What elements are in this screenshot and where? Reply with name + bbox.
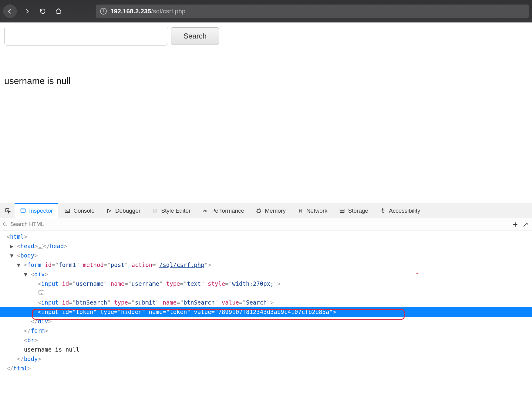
tab-network-label: Network bbox=[306, 207, 328, 214]
add-node-button[interactable]: + bbox=[511, 221, 519, 228]
search-button[interactable]: Search bbox=[171, 27, 219, 45]
tab-style-editor-label: Style Editor bbox=[161, 207, 190, 214]
dom-node-html[interactable]: <html> bbox=[0, 232, 532, 241]
result-text: username is null bbox=[4, 76, 528, 86]
element-picker-button[interactable] bbox=[2, 203, 14, 218]
tab-accessibility[interactable]: Accessibility bbox=[374, 203, 426, 218]
page-content: Search username is null bbox=[0, 22, 532, 203]
dom-node-input-token[interactable]: <input id="token" type="hidden" name="to… bbox=[0, 307, 532, 317]
dom-node-input-username[interactable]: <input id="username" name="username" typ… bbox=[0, 279, 532, 288]
dom-node-form-close[interactable]: </form> bbox=[0, 326, 532, 336]
url-bar[interactable]: i 192.168.2.235/sql/csrf.php bbox=[96, 5, 529, 18]
dom-node-div-close[interactable]: </div> bbox=[0, 317, 532, 326]
tab-network[interactable]: Network bbox=[292, 203, 333, 218]
tab-performance-label: Performance bbox=[211, 207, 244, 214]
forward-button[interactable] bbox=[21, 5, 33, 17]
svg-rect-4 bbox=[340, 209, 344, 211]
site-info-icon[interactable]: i bbox=[100, 8, 107, 15]
tab-performance[interactable]: Performance bbox=[197, 203, 250, 218]
svg-rect-5 bbox=[340, 211, 344, 213]
dom-node-body-open[interactable]: ▼ <body> bbox=[0, 251, 532, 260]
svg-rect-1 bbox=[21, 209, 25, 212]
dom-node-div-open[interactable]: ▼ <div> bbox=[0, 270, 532, 279]
inspector-search-row: + bbox=[0, 218, 532, 231]
tab-debugger[interactable]: Debugger bbox=[101, 203, 146, 218]
tab-console[interactable]: Console bbox=[59, 203, 100, 218]
reload-button[interactable] bbox=[37, 5, 49, 17]
tab-inspector-label: Inspector bbox=[29, 207, 53, 214]
url-host: 192.168.2.235 bbox=[110, 8, 151, 15]
devtools-tabbar: Inspector Console Debugger Style Editor … bbox=[0, 203, 532, 218]
search-form: Search bbox=[4, 27, 528, 46]
devtools-panel: Inspector Console Debugger Style Editor … bbox=[0, 203, 532, 398]
search-icon bbox=[2, 222, 8, 227]
dom-node-whitespace[interactable] bbox=[0, 288, 532, 298]
tab-style-editor[interactable]: Style Editor bbox=[146, 203, 196, 218]
back-button[interactable] bbox=[3, 4, 17, 18]
svg-point-6 bbox=[382, 209, 383, 210]
inspector-search-input[interactable] bbox=[10, 221, 509, 228]
svg-rect-2 bbox=[65, 209, 70, 213]
tab-accessibility-label: Accessibility bbox=[389, 207, 420, 214]
dom-node-html-close[interactable]: </html> bbox=[0, 364, 532, 373]
home-button[interactable] bbox=[53, 5, 64, 17]
svg-point-7 bbox=[3, 223, 6, 225]
tab-storage-label: Storage bbox=[348, 207, 369, 214]
tab-console-label: Console bbox=[73, 207, 95, 214]
tab-memory[interactable]: Memory bbox=[250, 203, 291, 218]
dom-node-br[interactable]: <br> bbox=[0, 336, 532, 345]
dom-node-input-btnsearch[interactable]: <input id="btnSearch" type="submit" name… bbox=[0, 298, 532, 307]
dom-node-head[interactable]: ▶ <head>…</head> bbox=[0, 241, 532, 251]
dom-tree[interactable]: <html> ▶ <head>…</head> ▼ <body> ▼ <form… bbox=[0, 231, 532, 398]
dom-node-body-close[interactable]: </body> bbox=[0, 354, 532, 364]
url-path: /sql/csrf.php bbox=[151, 8, 185, 15]
dom-node-form-open[interactable]: ▼ <form id="form1" method="post" action=… bbox=[0, 260, 532, 270]
eyedropper-button[interactable] bbox=[522, 221, 530, 228]
svg-rect-3 bbox=[257, 209, 260, 212]
username-input[interactable] bbox=[4, 27, 168, 46]
tab-memory-label: Memory bbox=[265, 207, 286, 214]
annotation-dot bbox=[416, 273, 418, 274]
tab-debugger-label: Debugger bbox=[115, 207, 140, 214]
tab-storage[interactable]: Storage bbox=[334, 203, 374, 218]
dom-node-body-text[interactable]: username is null bbox=[0, 345, 532, 354]
tab-inspector[interactable]: Inspector bbox=[15, 203, 58, 218]
browser-toolbar: i 192.168.2.235/sql/csrf.php bbox=[0, 0, 532, 22]
